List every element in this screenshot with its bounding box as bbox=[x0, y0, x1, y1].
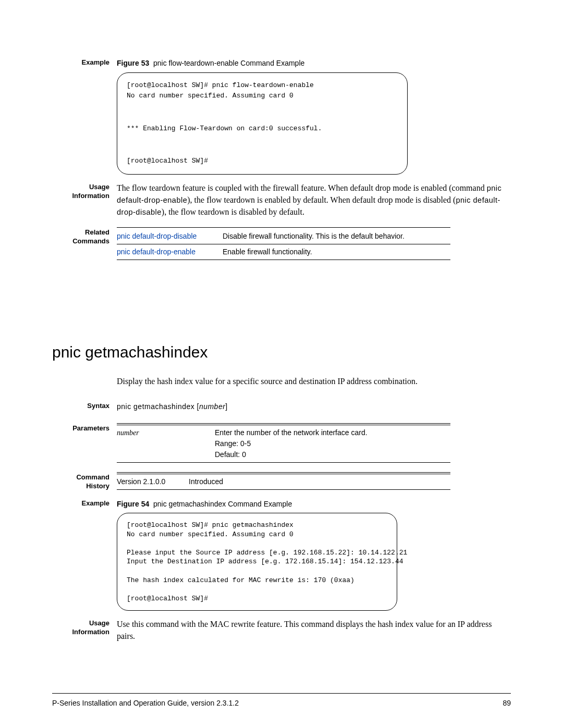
footer-page-number: 89 bbox=[503, 699, 511, 707]
usage-row-1: Usage Information The flow teardown feat… bbox=[52, 182, 511, 218]
code-example-2: [root@localhost SW]# pnic getmachashinde… bbox=[117, 513, 397, 611]
related-label: Related Commands bbox=[52, 227, 117, 246]
footer-title: P-Series Installation and Operation Guid… bbox=[52, 699, 239, 707]
table-row: number Enter the number of the network i… bbox=[117, 425, 450, 462]
related-commands-table: pnic default-drop-disable Disable firewa… bbox=[117, 229, 450, 260]
parameters-row: Parameters number Enter the number of th… bbox=[52, 423, 511, 463]
figure-caption-1: Figure 53 pnic flow-teardown-enable Comm… bbox=[117, 57, 511, 175]
example-label: Example bbox=[52, 57, 117, 67]
related-desc-1: Disable firewall functionality. This is … bbox=[223, 229, 450, 244]
page: Example Figure 53 pnic flow-teardown-ena… bbox=[0, 0, 563, 728]
param-name: number bbox=[117, 425, 215, 462]
syntax-label: Syntax bbox=[52, 401, 117, 411]
table-row: pnic default-drop-enable Enable firewall… bbox=[117, 244, 450, 260]
code-example-1: [root@localhost SW]# pnic flow-teardown-… bbox=[117, 72, 408, 175]
history-row: Command History Version 2.1.0.0 Introduc… bbox=[52, 472, 511, 491]
related-link-1[interactable]: pnic default-drop-disable bbox=[117, 229, 223, 244]
syntax-content: pnic getmachashindex [number] bbox=[117, 401, 511, 413]
usage-text-2: Use this command with the MAC rewrite fe… bbox=[117, 618, 511, 642]
related-row: Related Commands pnic default-drop-disab… bbox=[52, 227, 511, 260]
parameters-table: number Enter the number of the network i… bbox=[117, 425, 450, 463]
usage-text-1: The flow teardown feature is coupled wit… bbox=[117, 182, 511, 218]
example-row-1: Example Figure 53 pnic flow-teardown-ena… bbox=[52, 57, 511, 175]
example-label-2: Example bbox=[52, 498, 117, 508]
related-desc-2: Enable firewall functionality. bbox=[223, 244, 450, 260]
figure-title-1: pnic flow-teardown-enable Command Exampl… bbox=[153, 59, 304, 67]
figure-title-2: pnic getmachashindex Command Example bbox=[153, 500, 292, 508]
usage-label-1: Usage Information bbox=[52, 182, 117, 201]
table-row: pnic default-drop-disable Disable firewa… bbox=[117, 229, 450, 244]
section-heading: pnic getmachashindex bbox=[52, 343, 511, 361]
history-version: Version 2.1.0.0 bbox=[117, 474, 189, 489]
figure-number-1: Figure 53 bbox=[117, 59, 149, 67]
figure-caption-2: Figure 54 pnic getmachashindex Command E… bbox=[117, 498, 511, 611]
history-note: Introduced bbox=[189, 474, 450, 489]
section-intro: Display the hash index value for a speci… bbox=[117, 377, 511, 386]
usage-label-2: Usage Information bbox=[52, 618, 117, 637]
param-desc: Enter the number of the network interfac… bbox=[215, 425, 450, 462]
history-table: Version 2.1.0.0 Introduced bbox=[117, 474, 450, 490]
example-row-2: Example Figure 54 pnic getmachashindex C… bbox=[52, 498, 511, 611]
page-footer: P-Series Installation and Operation Guid… bbox=[52, 693, 511, 707]
history-label: Command History bbox=[52, 472, 117, 491]
parameters-label: Parameters bbox=[52, 423, 117, 433]
usage-row-2: Usage Information Use this command with … bbox=[52, 618, 511, 642]
table-row: Version 2.1.0.0 Introduced bbox=[117, 474, 450, 489]
related-link-2[interactable]: pnic default-drop-enable bbox=[117, 244, 223, 260]
syntax-row: Syntax pnic getmachashindex [number] bbox=[52, 401, 511, 413]
figure-number-2: Figure 54 bbox=[117, 500, 149, 508]
